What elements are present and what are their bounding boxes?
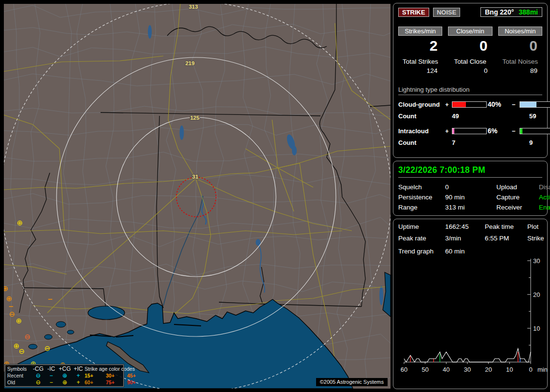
svg-text:20: 20 [533,291,540,298]
noises-per-min-chip: Noises/min [498,27,542,36]
noises-per-min-value: 0 [498,38,542,55]
recent-cg-neg-icon: ⊖ [31,373,45,378]
uptime-label: Uptime [398,223,445,230]
sidebar: STRIKE NOISE Bng 220°388mi Strikes/min 2… [392,0,549,392]
peak-time-label: Peak time [485,223,527,230]
legend-recent-label: Recent [7,372,31,379]
ring-label-125: 125 [190,115,200,121]
cg-count-label: Count [398,112,452,120]
trend-window-value: 60 min [445,248,465,255]
app-window: { "sidebar": { "mode": {"strike_label": … [0,0,550,392]
svg-text:60: 60 [401,366,407,373]
ring-label-313: 313 [188,4,198,10]
ring-label-219: 219 [185,60,194,66]
legend-col-ic-pos: +IC [72,366,85,372]
receiver-label: Receiver [496,204,539,211]
upload-label: Upload [496,183,539,191]
old-ic-pos-icon: + [72,379,85,385]
peak-rate-label: Peak rate [398,235,445,242]
close-per-min-value: 0 [448,38,492,55]
cg-minus-count: 59 [529,112,542,120]
squelch-value: 0 [445,183,496,191]
age-code-75: 75+ [106,379,127,386]
peak-rate-value: 3/min [445,235,485,242]
trend-graph-label: Trend graph [398,248,445,255]
bearing-distance: 388mi [519,8,538,16]
strike-stats-panel: STRIKE NOISE Bng 220°388mi Strikes/min 2… [393,3,548,158]
ic-plus-bar [452,128,487,134]
capture-status: Active [539,194,550,201]
receiver-status: Enabled [539,204,550,211]
info-trend-panel: Uptime 1662:45 Peak time Plot Peak rate … [393,219,548,389]
age-code-60: 60+ [85,379,106,386]
cg-minus-bar [520,101,550,108]
svg-text:10: 10 [533,325,540,332]
capture-label: Capture [496,194,539,201]
trend-graph-chart: 1020306050403020100min [398,256,547,382]
bearing-badge: Bng 220°388mi [480,7,542,17]
svg-text:40: 40 [443,366,449,373]
old-cg-neg-icon: ⊖ [31,379,45,385]
old-cg-pos-icon: ⊕ [58,379,72,385]
cg-plus-bar [452,101,487,108]
ring-label-31: 31 [192,174,199,180]
svg-text:30: 30 [533,257,540,265]
map-canvas[interactable]: 31 125 219 313 Symbols -CG -IC +CG +IC S… [4,4,391,389]
close-per-min-column: Close/min 0 Total Close 0 [448,27,492,74]
total-strikes-label: Total Strikes [398,58,442,65]
minus-sign: − [512,127,520,135]
recent-ic-neg-icon: − [45,373,58,378]
legend-symbols-header: Symbols [7,365,31,372]
plus-sign: + [445,127,452,135]
ic-minus-count: 9 [529,139,542,146]
peak-time-value: 6:55 PM [485,235,527,242]
old-ic-neg-icon: − [45,379,58,385]
total-strikes-value: 124 [398,67,442,74]
svg-text:20: 20 [485,366,492,373]
svg-text:30: 30 [464,366,471,373]
cg-plus-count: 49 [452,112,529,120]
cg-plus-pct: 40% [488,100,512,108]
ic-minus-bar [520,128,550,134]
range-label: Range [398,204,445,211]
squelch-label: Squelch [398,183,445,191]
legend-old-label: Old [7,379,31,386]
cloud-ground-label: Cloud-ground [398,101,445,108]
noises-per-min-column: Noises/min 0 Total Noises 89 [498,27,542,74]
noise-mode-button[interactable]: NOISE [433,8,460,17]
minus-sign: − [512,101,520,108]
bearing-value: Bng 220° [485,8,514,16]
legend-age-header: Strike age color codes [85,365,146,372]
strikes-per-min-chip: Strikes/min [398,27,442,36]
uptime-value: 1662:45 [445,223,485,230]
range-value: 313 mi [445,204,496,211]
legend-col-cg-neg: -CG [31,366,45,372]
age-code-30: 30+ [106,372,127,379]
status-panel: 3/22/2026 7:00:18 PM Squelch 0 Upload Di… [393,161,548,216]
close-per-min-chip: Close/min [448,27,492,36]
recent-cg-pos-icon: ⊕ [58,373,72,378]
map-legend: Symbols -CG -IC +CG +IC Strike age color… [5,364,124,387]
map-svg: 31 125 219 313 [4,4,391,389]
strike-mode-button[interactable]: STRIKE [398,8,429,17]
legend-col-ic-neg: -IC [45,366,58,372]
persistence-label: Persistence [398,194,445,201]
intracloud-label: Intracloud [398,127,445,135]
persistence-value: 90 min [445,194,496,201]
recent-ic-pos-icon: + [72,373,85,378]
legend-col-cg-pos: +CG [58,366,72,372]
upload-status: Disabled [539,183,550,191]
lake-pontchartrain [88,306,125,320]
total-noises-value: 89 [498,67,542,74]
datetime-display: 3/22/2026 7:00:18 PM [398,165,542,178]
copyright-notice: ©2005 Astrogenic Systems [316,378,388,386]
plus-sign: + [445,101,452,108]
plot-mode-value: Strike [527,235,544,242]
svg-text:0: 0 [529,366,532,373]
total-close-label: Total Close [448,58,492,65]
ic-plus-count: 7 [452,139,529,146]
svg-text:10: 10 [506,366,513,373]
distribution-title: Lightning type distribution [398,86,542,95]
total-noises-label: Total Noises [498,58,542,65]
ic-count-label: Count [398,139,452,146]
